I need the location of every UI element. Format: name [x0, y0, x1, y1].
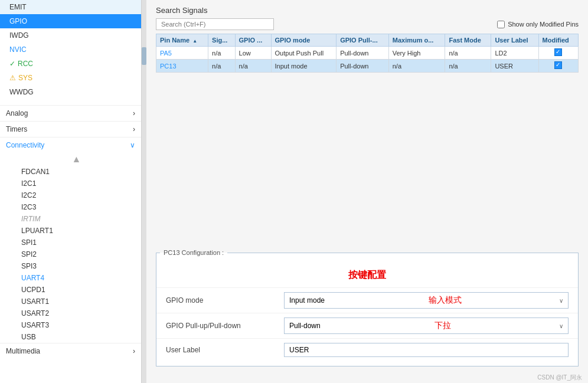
search-area: Search Signals Show only Modified Pins: [146, 0, 588, 34]
sidebar-item-irtim[interactable]: IRTIM: [12, 213, 141, 225]
sidebar-section-analog-label: Analog: [6, 109, 28, 117]
table-row[interactable]: PC13 n/a n/a Input mode Pull-down n/a n/…: [156, 60, 579, 73]
sidebar-item-gpio[interactable]: GPIO: [0, 14, 141, 28]
sidebar-item-emit[interactable]: EMIT: [0, 0, 141, 14]
config-label-gpio-pull: GPIO Pull-up/Pull-down: [166, 322, 284, 330]
col-fast-mode[interactable]: Fast Mode: [445, 34, 491, 47]
config-select-wrapper-gpio-mode: Input mode 输入模式 ∨: [284, 292, 569, 309]
search-signals-title: Search Signals: [156, 6, 579, 15]
user-label-input[interactable]: [284, 343, 569, 357]
cell-signal: n/a: [208, 47, 235, 60]
cell-user-label: USER: [491, 60, 538, 73]
config-title: 按键配置: [156, 258, 578, 287]
show-modified-checkbox[interactable]: [497, 21, 505, 28]
col-user-label[interactable]: User Label: [491, 34, 538, 47]
show-modified-container: Show only Modified Pins: [497, 21, 579, 28]
cell-signal: n/a: [208, 60, 235, 73]
sidebar-scrollbar[interactable]: [142, 0, 146, 383]
config-label-user-label: User Label: [166, 346, 284, 354]
sidebar-item-spi1[interactable]: SPI1: [12, 237, 141, 248]
sidebar-item-spi2[interactable]: SPI2: [12, 248, 141, 260]
watermark-container: CSDN @IT_阿永: [146, 372, 588, 383]
col-modified[interactable]: Modified: [538, 34, 578, 47]
cell-fast-mode: n/a: [445, 47, 491, 60]
sidebar-section-timers[interactable]: Timers ›: [0, 121, 141, 137]
sidebar-item-usart2[interactable]: USART2: [12, 307, 141, 319]
sidebar-item-uart4[interactable]: UART4: [12, 272, 141, 284]
sidebar-section-multimedia[interactable]: Multimedia ›: [0, 343, 141, 359]
gpio-mode-value: Input mode: [289, 296, 325, 305]
config-row-gpio-mode: GPIO mode Input mode 输入模式 ∨: [156, 287, 578, 313]
sidebar-item-nvic[interactable]: NVIC: [0, 42, 141, 57]
gpio-pull-select[interactable]: Pull-down 下拉 ∨: [284, 317, 569, 334]
config-legend: PC13 Configuration :: [160, 249, 227, 256]
chevron-down-gpio-pull: ∨: [559, 323, 563, 329]
config-fieldset: PC13 Configuration : 按键配置 GPIO mode Inpu…: [156, 249, 579, 366]
check-icon: ✓: [9, 60, 15, 68]
sidebar-item-sys[interactable]: ⚠SYS: [0, 71, 141, 85]
watermark: CSDN @IT_阿永: [537, 374, 582, 382]
config-label-gpio-mode: GPIO mode: [166, 296, 284, 305]
config-body: 按键配置 GPIO mode Input mode 输入模式 ∨ GPIO Pu…: [156, 256, 578, 366]
cell-gpio-mode: Input mode: [271, 60, 337, 73]
sidebar-section-connectivity-label: Connectivity: [6, 141, 44, 149]
sidebar-section-connectivity[interactable]: Connectivity ∨: [0, 137, 141, 153]
gpio-table-container: Pin Name ▲ Sig... GPIO ... GPIO mode GPI…: [146, 34, 588, 73]
connectivity-sub-items: ▲ FDCAN1 I2C1 I2C2 I2C3 IRTIM LPUART1 SP…: [0, 153, 141, 343]
cell-user-label: LD2: [491, 47, 538, 60]
search-row: Show only Modified Pins: [156, 18, 579, 30]
sidebar-item-lpuart1[interactable]: LPUART1: [12, 225, 141, 237]
show-modified-label: Show only Modified Pins: [508, 21, 579, 28]
gpio-mode-select[interactable]: Input mode 输入模式 ∨: [284, 292, 569, 309]
sort-arrow-pin: ▲: [192, 38, 197, 44]
sidebar-item-usb[interactable]: USB: [12, 331, 141, 343]
gpio-pull-value: Pull-down: [289, 322, 321, 330]
warn-icon: ⚠: [9, 74, 16, 82]
sidebar-item-usart3[interactable]: USART3: [12, 319, 141, 331]
cell-pin-name[interactable]: PC13: [156, 60, 208, 73]
col-gpio[interactable]: GPIO ...: [235, 34, 271, 47]
cell-gpio-pull: Pull-down: [337, 47, 389, 60]
table-row[interactable]: PA5 n/a Low Output Push Pull Pull-down V…: [156, 47, 579, 60]
sidebar-item-i2c1[interactable]: I2C1: [12, 178, 141, 189]
cell-gpio-mode: Output Push Pull: [271, 47, 337, 60]
col-signal[interactable]: Sig...: [208, 34, 235, 47]
cell-pin-name[interactable]: PA5: [156, 47, 208, 60]
sidebar-item-i2c3[interactable]: I2C3: [12, 201, 141, 213]
sidebar-item-i2c2[interactable]: I2C2: [12, 189, 141, 201]
config-row-user-label: User Label: [156, 338, 578, 361]
sidebar-item-iwdg[interactable]: IWDG: [0, 28, 141, 42]
config-input-wrapper-user-label: [284, 343, 569, 357]
cell-fast-mode: n/a: [445, 60, 491, 73]
sidebar-item-ucpd1[interactable]: UCPD1: [12, 284, 141, 296]
cell-gpio: n/a: [235, 60, 271, 73]
sidebar-section-timers-label: Timers: [6, 125, 27, 133]
chevron-right-icon-timers: ›: [133, 125, 135, 133]
sidebar-item-rcc[interactable]: ✓RCC: [0, 57, 141, 71]
search-input[interactable]: [156, 18, 274, 30]
cell-max-output: n/a: [388, 60, 445, 73]
col-pin-name[interactable]: Pin Name ▲: [156, 34, 208, 47]
chevron-right-icon: ›: [133, 109, 135, 117]
col-gpio-pull[interactable]: GPIO Pull-...: [337, 34, 389, 47]
gpio-mode-annotation: 输入模式: [429, 295, 462, 306]
sidebar: EMIT GPIO IWDG NVIC ✓RCC ⚠SYS WWDG Analo…: [0, 0, 142, 383]
sidebar-item-fdcan1[interactable]: FDCAN1: [12, 166, 141, 178]
scroll-up-indicator[interactable]: ▲: [12, 153, 141, 166]
gpio-pull-annotation: 下拉: [435, 320, 451, 331]
sidebar-item-spi3[interactable]: SPI3: [12, 260, 141, 272]
sidebar-item-usart1[interactable]: USART1: [12, 296, 141, 307]
col-gpio-mode[interactable]: GPIO mode: [271, 34, 337, 47]
chevron-down-gpio-mode: ∨: [559, 297, 563, 304]
cell-gpio: Low: [235, 47, 271, 60]
chevron-right-icon-multimedia: ›: [133, 347, 135, 355]
sidebar-item-wwdg[interactable]: WWDG: [0, 85, 141, 99]
main-content: Search Signals Show only Modified Pins P…: [146, 0, 588, 383]
col-max-output[interactable]: Maximum o...: [388, 34, 445, 47]
gpio-table: Pin Name ▲ Sig... GPIO ... GPIO mode GPI…: [156, 34, 579, 73]
cell-max-output: Very High: [388, 47, 445, 60]
config-select-wrapper-gpio-pull: Pull-down 下拉 ∨: [284, 317, 569, 334]
scroll-thumb[interactable]: [142, 47, 146, 65]
sidebar-section-analog[interactable]: Analog ›: [0, 105, 141, 121]
config-row-gpio-pull: GPIO Pull-up/Pull-down Pull-down 下拉 ∨: [156, 313, 578, 338]
